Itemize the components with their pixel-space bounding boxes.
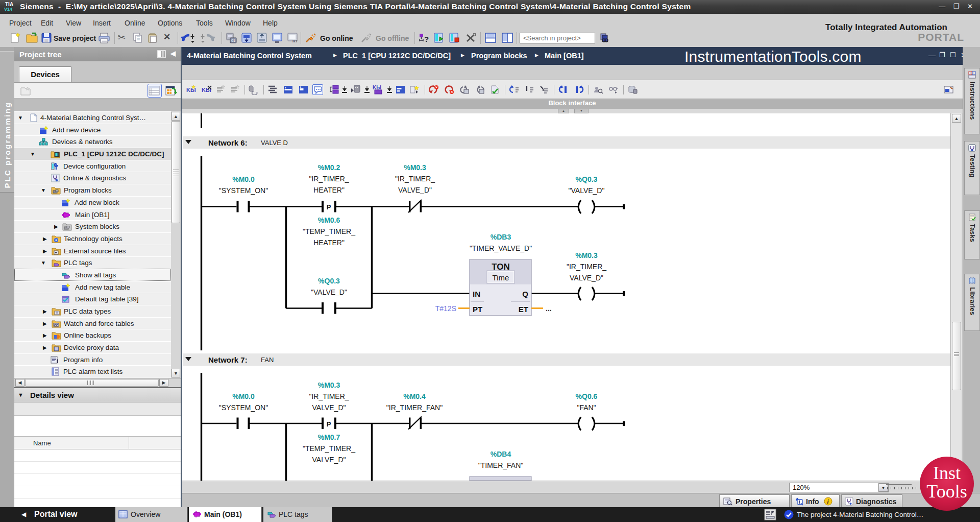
svg-text:Network 6:: Network 6: — [208, 138, 248, 147]
svg-text:Q: Q — [522, 290, 528, 298]
svg-text:%M0.6: %M0.6 — [318, 216, 340, 224]
svg-text:?: ? — [424, 35, 429, 43]
svg-text:VALVE_D": VALVE_D" — [312, 404, 346, 412]
svg-text:"TIMER_FAN": "TIMER_FAN" — [478, 461, 524, 469]
svg-text:FAN: FAN — [261, 356, 274, 364]
svg-text:RT: RT — [292, 39, 298, 43]
svg-text:"IR_TIMER_: "IR_TIMER_ — [395, 175, 435, 183]
svg-text:"IR_TIMER_: "IR_TIMER_ — [567, 263, 606, 271]
svg-text:%Q0.3: %Q0.3 — [576, 175, 598, 183]
svg-text:"VALVE_D": "VALVE_D" — [569, 186, 605, 195]
svg-text:"FAN": "FAN" — [577, 404, 596, 412]
svg-text:%M0.7: %M0.7 — [318, 433, 340, 441]
svg-text:IN: IN — [473, 290, 480, 298]
svg-text:"TEMP_TIMER_: "TEMP_TIMER_ — [303, 444, 355, 453]
svg-text:"IR_TIMER_: "IR_TIMER_ — [309, 175, 349, 183]
svg-text:01: 01 — [231, 39, 235, 42]
svg-text:i: i — [799, 500, 800, 505]
svg-text:T#12S: T#12S — [435, 304, 456, 313]
svg-text:i: i — [57, 358, 58, 364]
svg-text:%DB3: %DB3 — [491, 233, 511, 241]
svg-text:VALVE_D": VALVE_D" — [570, 274, 603, 282]
svg-text:"VALVE_D": "VALVE_D" — [311, 288, 347, 296]
svg-text:%M0.3: %M0.3 — [318, 381, 340, 389]
svg-text:PT: PT — [473, 305, 482, 314]
svg-text:"SYSTEM_ON": "SYSTEM_ON" — [219, 186, 268, 195]
svg-text:P: P — [327, 420, 331, 428]
svg-text:%M0.2: %M0.2 — [318, 163, 340, 172]
svg-text:Time: Time — [493, 273, 509, 282]
svg-text:"TIMER_VALVE_D": "TIMER_VALVE_D" — [470, 244, 532, 252]
svg-text:%M0.4: %M0.4 — [403, 392, 426, 400]
svg-text:KЫ: KЫ — [373, 85, 381, 90]
svg-text:"TEMP_TIMER_: "TEMP_TIMER_ — [303, 227, 355, 235]
svg-text:TON: TON — [492, 262, 510, 272]
svg-text:%DB4: %DB4 — [491, 450, 511, 458]
svg-text:%M0.0: %M0.0 — [232, 175, 255, 183]
svg-text:%M0.3: %M0.3 — [575, 251, 598, 259]
svg-text:KЫ: KЫ — [186, 87, 196, 93]
svg-text:%Q0.6: %Q0.6 — [576, 392, 598, 400]
svg-text:...: ... — [546, 304, 552, 313]
svg-text:%M0.3: %M0.3 — [404, 163, 426, 172]
svg-text:"SYSTEM_ON": "SYSTEM_ON" — [219, 404, 268, 412]
svg-text:"IR_TIMER_: "IR_TIMER_ — [309, 392, 349, 400]
svg-text:%M0.0: %M0.0 — [232, 392, 255, 400]
svg-text:ET: ET — [519, 305, 528, 314]
svg-text:"IR_TIMER_FAN": "IR_TIMER_FAN" — [386, 404, 443, 412]
svg-text:P: P — [327, 203, 331, 211]
svg-text:Network 7:: Network 7: — [208, 355, 248, 364]
svg-text:%Q0.3: %Q0.3 — [318, 277, 340, 285]
svg-text:HEATER": HEATER" — [313, 186, 345, 194]
svg-text:HEATER": HEATER" — [313, 239, 345, 247]
svg-text:VALVE_D": VALVE_D" — [312, 456, 346, 464]
svg-text:VALVE D: VALVE D — [261, 139, 288, 147]
svg-text:VALVE_D": VALVE_D" — [398, 186, 432, 194]
